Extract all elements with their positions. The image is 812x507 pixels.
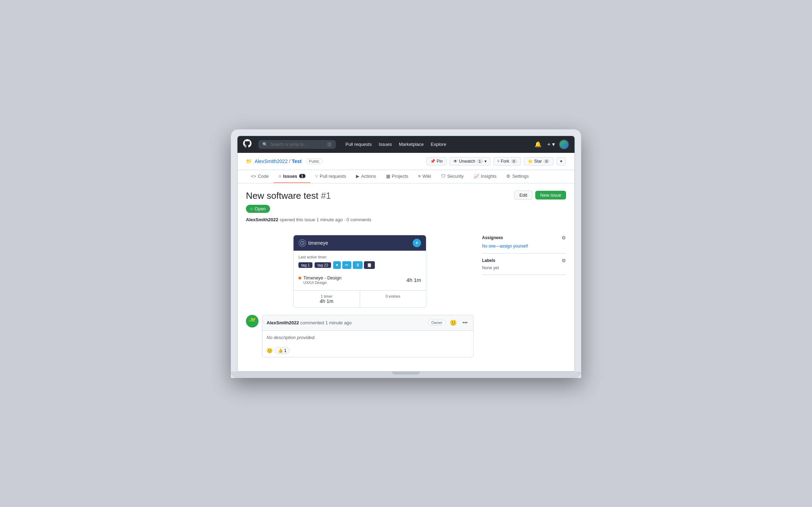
search-input[interactable] <box>270 142 324 147</box>
issue-status-badge: ○ Open <box>246 205 270 213</box>
nav-actions[interactable]: ▶ Actions <box>351 170 381 183</box>
comment-body: AlexSmith2022 commented 1 minute ago Own… <box>262 315 474 357</box>
timeneye-footer-timer: 1 timer 4h 1m <box>294 291 360 307</box>
edit-button[interactable]: Edit <box>514 190 532 200</box>
timeneye-logo: timeneye <box>298 239 328 247</box>
user-avatar[interactable] <box>559 140 569 149</box>
unwatch-count: 1 <box>477 159 483 163</box>
timeneye-task-name: UX/UI Design <box>303 280 342 285</box>
labels-empty-state: None yet <box>482 265 566 270</box>
issue-left-column: timeneye + Last active timer tag 1 tag 2… <box>246 235 474 363</box>
assign-yourself-link[interactable]: No one—assign yourself <box>482 244 528 249</box>
timeneye-add-button[interactable]: + <box>413 239 421 247</box>
nav-pull-requests[interactable]: ⑂ Pull requests <box>310 170 351 183</box>
pin-button[interactable]: 📌 Pin <box>426 157 447 165</box>
topnav-links: Pull requests Issues Marketplace Explore <box>343 140 449 148</box>
comment-content: No description provided. <box>262 331 473 344</box>
add-reaction-button[interactable]: 🙂 <box>267 348 273 353</box>
breadcrumb-separator: / <box>289 158 290 164</box>
assignees-empty-state: No one—assign yourself <box>482 243 566 249</box>
nav-code[interactable]: <> Code <box>246 170 274 183</box>
assignees-section: Assignees ⚙ No one—assign yourself <box>482 235 566 253</box>
timeneye-tag1: tag 1 <box>298 262 312 268</box>
nav-settings[interactable]: ⚙ Settings <box>501 170 534 183</box>
timeneye-timer-value: 4h 1m <box>298 298 355 304</box>
issue-author-link[interactable]: AlexSmith2022 <box>246 217 278 222</box>
thumbsup-count: 1 <box>284 348 287 353</box>
issue-actions: Edit New issue <box>514 190 566 200</box>
visibility-badge: Public <box>306 158 323 164</box>
assignees-gear-button[interactable]: ⚙ <box>562 235 566 241</box>
new-issue-button[interactable]: New issue <box>535 191 566 200</box>
issue-meta: AlexSmith2022 opened this issue 1 minute… <box>246 217 566 222</box>
comment-more-button[interactable]: ••• <box>461 318 469 327</box>
star-button[interactable]: ⭐ Star 0 <box>524 157 553 165</box>
projects-icon: ▦ <box>386 174 390 179</box>
insights-icon: 📈 <box>474 174 479 179</box>
timeneye-edit-button[interactable]: ✏ <box>342 261 351 269</box>
star-dropdown-button[interactable]: ▾ <box>556 157 566 165</box>
timeneye-controls: ▾ ✏ ⏸ 📋 <box>333 261 375 269</box>
star-count: 0 <box>543 159 550 163</box>
notifications-button[interactable]: 🔔 <box>533 140 543 149</box>
issue-sidebar: Assignees ⚙ No one—assign yourself Label… <box>482 235 566 363</box>
repo-icon: 📁 <box>246 158 252 164</box>
timeneye-footer-entries: 0 entries <box>360 291 426 307</box>
timeneye-header: timeneye + <box>294 235 426 251</box>
repo-actions: 📌 Pin 👁 Unwatch 1 ▾ ⑂ Fork 0 ⭐ Star <box>426 157 566 165</box>
topnav-issues[interactable]: Issues <box>376 140 395 148</box>
topnav-explore[interactable]: Explore <box>428 140 449 148</box>
issue-title-row: New software test #1 Edit New issue <box>246 190 566 201</box>
settings-icon: ⚙ <box>506 174 510 179</box>
repo-name[interactable]: Test <box>292 158 302 164</box>
issue-title: New software test #1 <box>246 190 331 201</box>
issues-badge: 1 <box>299 174 305 178</box>
timeneye-pause-button[interactable]: ⏸ <box>353 261 363 269</box>
star-icon: ⭐ <box>528 159 533 164</box>
issues-icon: ○ <box>278 174 281 179</box>
pr-icon: ⑂ <box>315 174 318 179</box>
top-nav: 🔍 / Pull requests Issues Marketplace Exp… <box>238 136 574 153</box>
commenter-link[interactable]: AlexSmith2022 <box>267 320 299 325</box>
nav-wiki[interactable]: ≡ Wiki <box>413 170 436 183</box>
timeneye-time-display: 4h 1m <box>406 277 421 283</box>
fork-count: 0 <box>511 159 517 163</box>
owner-badge: Owner <box>428 320 446 325</box>
nav-projects[interactable]: ▦ Projects <box>381 170 413 183</box>
eye-icon: 👁 <box>453 159 457 164</box>
labels-section: Labels ⚙ None yet <box>482 253 566 275</box>
create-button[interactable]: + ▾ <box>546 140 556 149</box>
topnav-marketplace[interactable]: Marketplace <box>396 140 427 148</box>
timeneye-dropdown-button[interactable]: ▾ <box>333 261 341 269</box>
labels-title: Labels <box>482 258 495 263</box>
comment-wrapper: 🧩 AlexSmith2022 commented 1 minute ago O… <box>246 315 474 357</box>
comment-reactions: 🙂 👍 1 <box>262 344 473 357</box>
timeneye-entry: Timeneye - Design UX/UI Design 4h 1m <box>298 272 421 286</box>
thumbsup-reaction-button[interactable]: 👍 1 <box>275 347 290 354</box>
labels-gear-button[interactable]: ⚙ <box>562 258 566 263</box>
timeneye-log-button[interactable]: 📋 <box>364 261 375 269</box>
nav-insights[interactable]: 📈 Insights <box>469 170 502 183</box>
github-logo <box>243 139 252 149</box>
timeneye-last-active-label: Last active timer <box>298 255 421 259</box>
fork-button[interactable]: ⑂ Fork 0 <box>493 157 521 165</box>
pin-icon: 📌 <box>430 159 435 164</box>
nav-security[interactable]: 🛡 Security <box>436 170 469 183</box>
search-box[interactable]: 🔍 / <box>259 140 336 149</box>
nav-issues[interactable]: ○ Issues 1 <box>274 170 310 183</box>
breadcrumb: 📁 AlexSmith2022 / Test Public <box>246 158 323 164</box>
search-icon: 🔍 <box>262 142 268 147</box>
thumbsup-icon: 👍 <box>278 348 283 353</box>
topnav-right: 🔔 + ▾ <box>533 140 569 149</box>
comment-header-right: Owner 🙂 ••• <box>428 318 469 327</box>
emoji-reaction-button[interactable]: 🙂 <box>448 318 458 327</box>
timeneye-body: Last active timer tag 1 tag 22 ▾ ✏ ⏸ 📋 <box>294 251 426 290</box>
timeneye-tag2: tag 22 <box>315 262 331 268</box>
unwatch-button[interactable]: 👁 Unwatch 1 ▾ <box>449 157 490 165</box>
topnav-pull-requests[interactable]: Pull requests <box>343 140 374 148</box>
fork-icon: ⑂ <box>497 159 500 164</box>
repo-owner-link[interactable]: AlexSmith2022 <box>255 158 288 164</box>
timeneye-logo-icon <box>298 239 306 247</box>
chevron-icon: ▾ <box>484 159 487 164</box>
code-icon: <> <box>251 174 256 179</box>
